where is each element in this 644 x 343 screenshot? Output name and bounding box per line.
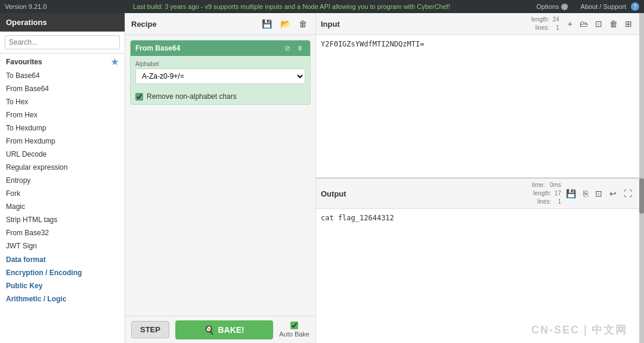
- recipe-item-name: From Base64: [135, 44, 180, 52]
- sidebar: Operations Favourites ★ To Base64 From B…: [0, 13, 125, 343]
- sidebar-header: Operations: [0, 13, 125, 32]
- input-area: Input length: 24 lines: 1 + 🗁 ⊡ 🗑 ⊞: [316, 13, 639, 179]
- star-icon: ★: [111, 57, 119, 67]
- main-layout: Operations Favourites ★ To Base64 From B…: [0, 13, 644, 343]
- sidebar-item-jwt-sign[interactable]: JWT Sign: [0, 239, 125, 252]
- sidebar-item-regex[interactable]: Regular expression: [0, 161, 125, 174]
- bake-icon: 🍳: [204, 325, 214, 335]
- options-link[interactable]: Options: [537, 2, 569, 11]
- output-area: Output time: 0ms length: 17 lines: 1 💾 ⎘…: [316, 179, 639, 343]
- recipe-header: Recipe 💾 📂 🗑: [125, 13, 315, 35]
- input-title: Input: [321, 20, 340, 29]
- remove-nonalpha-label: Remove non-alphabet chars: [147, 92, 237, 101]
- step-button[interactable]: STEP: [131, 321, 169, 338]
- alphabet-select[interactable]: A-Za-z0-9+/= A-Za-z0-9-_ Standard (RFC 4…: [135, 68, 305, 84]
- recipe-item-disable-btn[interactable]: ⊘: [283, 44, 292, 52]
- recipe-item-from-base64: From Base64 ⊘ ⏸ Alphabet A-Za-z0-9+/= A-…: [130, 40, 311, 105]
- right-panel: Input length: 24 lines: 1 + 🗁 ⊡ 🗑 ⊞ Outp…: [316, 13, 639, 343]
- auto-bake-area: Auto Bake: [279, 322, 309, 338]
- sidebar-item-from-hexdump[interactable]: From Hexdump: [0, 135, 125, 148]
- sidebar-item-entropy[interactable]: Entropy: [0, 174, 125, 187]
- output-stats: time: 0ms length: 17 lines: 1: [532, 181, 561, 206]
- sidebar-item-to-base64[interactable]: To Base64: [0, 69, 125, 82]
- category-encryption[interactable]: Encryption / Encoding: [0, 266, 125, 279]
- output-undo-btn[interactable]: ↩: [607, 188, 619, 199]
- divider: [574, 3, 575, 10]
- output-panel-header: Output time: 0ms length: 17 lines: 1 💾 ⎘…: [316, 179, 639, 209]
- help-icon[interactable]: ?: [631, 2, 639, 11]
- sidebar-item-strip-html[interactable]: Strip HTML tags: [0, 213, 125, 226]
- version-label: Version 9.21.0: [5, 3, 47, 10]
- input-textarea[interactable]: [316, 35, 639, 177]
- sidebar-item-from-base64[interactable]: From Base64: [0, 82, 125, 95]
- recipe-content: From Base64 ⊘ ⏸ Alphabet A-Za-z0-9+/= A-…: [125, 35, 315, 316]
- scrollbar-thumb[interactable]: [639, 178, 644, 214]
- sidebar-title: Operations: [6, 18, 47, 27]
- bake-label: BAKE!: [218, 325, 244, 335]
- recipe-item-header: From Base64 ⊘ ⏸: [131, 40, 310, 56]
- watermark: CN-SEC｜中文网: [531, 323, 627, 337]
- output-maximize-btn[interactable]: ⊡: [593, 188, 605, 199]
- recipe-item-body: Alphabet A-Za-z0-9+/= A-Za-z0-9-_ Standa…: [131, 56, 310, 89]
- sidebar-item-fork[interactable]: Fork: [0, 187, 125, 200]
- output-title: Output: [321, 189, 346, 198]
- gear-icon: [561, 2, 569, 11]
- output-text: cat flag_12644312: [316, 209, 639, 227]
- alphabet-label: Alphabet: [135, 61, 305, 67]
- category-arithmetic[interactable]: Arithmetic / Logic: [0, 292, 125, 305]
- output-header-right: time: 0ms length: 17 lines: 1 💾 ⎘ ⊡ ↩ ⛶: [532, 181, 634, 206]
- recipe-item-controls: ⊘ ⏸: [283, 44, 305, 52]
- sidebar-search-area: [0, 32, 125, 54]
- input-add-btn[interactable]: +: [565, 18, 575, 30]
- favourites-label: Favourites: [6, 58, 42, 66]
- sidebar-item-to-hex[interactable]: To Hex: [0, 95, 125, 108]
- recipe-item-pause-btn[interactable]: ⏸: [295, 44, 305, 52]
- sidebar-item-from-base32[interactable]: From Base32: [0, 226, 125, 239]
- right-scrollbar[interactable]: [639, 13, 644, 343]
- auto-bake-checkbox[interactable]: [290, 322, 298, 329]
- recipe-title: Recipe: [131, 20, 157, 29]
- remove-nonalpha-row: Remove non-alphabet chars: [131, 89, 310, 104]
- input-trash-btn[interactable]: 🗑: [607, 18, 620, 30]
- options-label: Options: [537, 3, 559, 10]
- sidebar-item-to-hexdump[interactable]: To Hexdump: [0, 121, 125, 135]
- favourites-header[interactable]: Favourites ★: [0, 54, 125, 69]
- options-area: Options About / Support ?: [537, 2, 639, 11]
- input-stats: length: 24 lines: 1: [531, 15, 559, 32]
- auto-bake-label: Auto Bake: [279, 330, 309, 338]
- category-public-key[interactable]: Public Key: [0, 279, 125, 292]
- output-expand-btn[interactable]: ⛶: [621, 188, 634, 199]
- remove-nonalpha-checkbox[interactable]: [135, 93, 143, 101]
- about-link[interactable]: About / Support: [581, 3, 626, 10]
- sidebar-item-from-hex[interactable]: From Hex: [0, 108, 125, 121]
- recipe-header-icons: 💾 📂 🗑: [259, 18, 309, 30]
- bake-button[interactable]: 🍳 BAKE!: [175, 320, 273, 339]
- output-copy-btn[interactable]: ⎘: [581, 188, 590, 199]
- input-folder-btn[interactable]: 🗁: [577, 18, 590, 30]
- search-input[interactable]: [5, 35, 120, 49]
- sidebar-item-magic[interactable]: Magic: [0, 200, 125, 213]
- recipe-load-button[interactable]: 📂: [278, 18, 293, 30]
- input-grid-btn[interactable]: ⊞: [623, 18, 634, 30]
- output-save-btn[interactable]: 💾: [564, 188, 578, 199]
- output-content: cat flag_12644312 CN-SEC｜中文网: [316, 209, 639, 343]
- sidebar-item-url-decode[interactable]: URL Decode: [0, 148, 125, 161]
- top-bar: Version 9.21.0 Last build: 3 years ago -…: [0, 0, 644, 13]
- recipe-save-button[interactable]: 💾: [259, 18, 274, 30]
- about-label: About / Support: [581, 3, 626, 10]
- bottom-bar: STEP 🍳 BAKE! Auto Bake: [125, 316, 315, 343]
- category-data-format[interactable]: Data format: [0, 252, 125, 266]
- input-panel-header: Input length: 24 lines: 1 + 🗁 ⊡ 🗑 ⊞: [316, 13, 639, 35]
- recipe-clear-button[interactable]: 🗑: [296, 18, 309, 30]
- recipe-panel: Recipe 💾 📂 🗑 From Base64 ⊘ ⏸ Alphabet: [125, 13, 316, 343]
- notice-text: Last build: 3 years ago - v9 supports mu…: [47, 3, 536, 10]
- sidebar-list: Favourites ★ To Base64 From Base64 To He…: [0, 54, 125, 343]
- input-content: [316, 35, 639, 177]
- input-header-right: length: 24 lines: 1 + 🗁 ⊡ 🗑 ⊞: [531, 15, 634, 32]
- input-split-btn[interactable]: ⊡: [593, 18, 605, 30]
